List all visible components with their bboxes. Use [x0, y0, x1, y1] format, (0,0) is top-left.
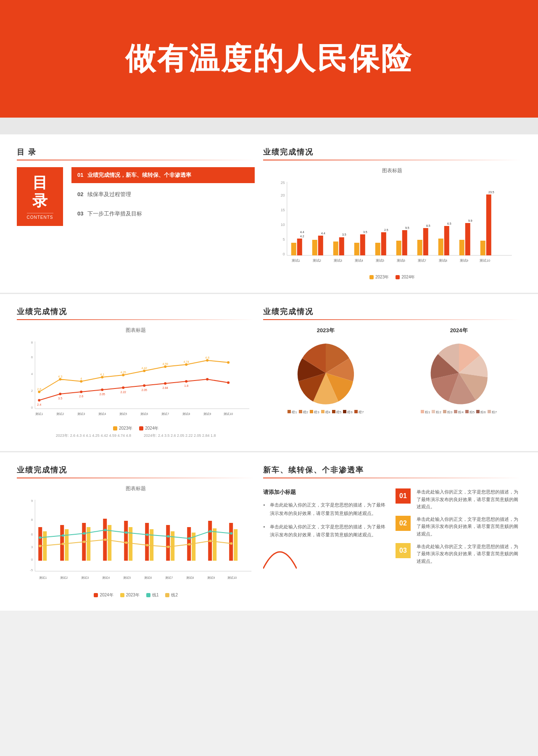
svg-text:2: 2: [31, 389, 33, 393]
svg-rect-15: [339, 237, 344, 255]
svg-rect-129: [166, 525, 170, 561]
pie-section-label: 业绩完成情况: [263, 307, 521, 320]
contents-items-list: 01 业绩完成情况，新车、续转保、个非渗透率 02 续保率及过程管理 03 下一…: [71, 167, 255, 225]
svg-text:-5: -5: [30, 568, 33, 572]
svg-point-157: [167, 546, 169, 548]
svg-text:4.3: 4.3: [58, 375, 62, 378]
line-legend-2024: 2024年: [139, 425, 158, 431]
mc-legend-1: 2024年: [94, 592, 113, 598]
num-content-3: 单击此处输入你的正文，文字是您思想的描述，为了最终演示发布的良好效果，请尽量言简…: [417, 543, 520, 565]
svg-point-144: [104, 529, 106, 531]
item-num-1: 01: [77, 172, 83, 178]
slide-bar-text: 业绩完成情况 图表标题 -5 0 3 6 8 9 测试1 测试2: [0, 452, 538, 611]
legend-2023: 2023年: [369, 274, 389, 280]
svg-point-152: [62, 543, 64, 545]
svg-text:10: 10: [281, 223, 285, 227]
svg-rect-36: [486, 194, 491, 255]
svg-text:测试9: 测试9: [203, 412, 211, 415]
right-section-label: 新车、续转保、个非渗透率: [263, 465, 521, 478]
svg-point-73: [185, 380, 187, 383]
svg-text:6: 6: [31, 533, 33, 536]
pie23-l4: 橙4: [321, 410, 330, 415]
svg-rect-30: [444, 226, 449, 255]
svg-rect-115: [65, 529, 69, 561]
svg-point-60: [122, 374, 124, 376]
svg-point-158: [188, 543, 190, 546]
svg-text:4.59: 4.59: [162, 362, 168, 365]
pie24-l2: 粉2: [432, 410, 441, 415]
svg-text:4.74: 4.74: [183, 360, 189, 363]
item-text-2: 续保率及过程管理: [87, 191, 131, 197]
svg-rect-23: [396, 241, 401, 255]
svg-rect-35: [480, 241, 485, 255]
bar-chart-title: 图表标题: [263, 167, 521, 174]
svg-text:2.22: 2.22: [120, 391, 126, 394]
svg-text:测试5: 测试5: [119, 412, 127, 415]
svg-rect-27: [423, 228, 428, 255]
svg-point-59: [101, 376, 103, 378]
svg-text:测试10: 测试10: [480, 259, 491, 262]
line-data-2023: 2023年: 2.6 4.3 4 4.1 4.25 4.42 4.59 4.74…: [56, 433, 131, 438]
bar-chart-svg: 0 5 10 15 20 25 测试1 测试2 测试3 测试4: [263, 178, 521, 270]
svg-point-151: [39, 545, 41, 547]
line-chart-legend: 2023年 2024年: [17, 425, 255, 431]
svg-point-56: [38, 391, 40, 393]
svg-text:测试3: 测试3: [81, 576, 89, 579]
svg-point-146: [146, 533, 148, 536]
pie23-l3: 橙3: [310, 410, 319, 415]
svg-text:2.6: 2.6: [37, 388, 41, 391]
svg-text:1.8: 1.8: [184, 384, 188, 387]
svg-text:测试1: 测试1: [292, 259, 301, 262]
numbered-item-1: 01 单击此处输入你的正文，文字是您思想的描述，为了最终演示发布的良好效果，请尽…: [396, 488, 520, 511]
svg-point-160: [230, 542, 232, 545]
svg-text:测试9: 测试9: [460, 259, 469, 262]
svg-rect-136: [213, 528, 216, 561]
num-badge-3: 03: [396, 543, 411, 558]
svg-text:测试2: 测试2: [60, 576, 68, 579]
svg-rect-126: [145, 523, 149, 561]
contents-en: CONTENTS: [27, 213, 53, 220]
svg-rect-20: [375, 243, 380, 255]
svg-text:2.6: 2.6: [79, 395, 83, 398]
svg-text:2.84: 2.84: [162, 386, 168, 389]
svg-point-65: [227, 361, 229, 364]
main-title: 做有温度的人民保险: [125, 39, 413, 79]
svg-point-74: [206, 378, 208, 381]
svg-point-153: [83, 541, 85, 543]
svg-text:9.5: 9.5: [405, 226, 409, 229]
svg-text:4.4: 4.4: [321, 232, 325, 235]
svg-text:3.5: 3.5: [342, 233, 346, 236]
pie24-l5: 粉5: [465, 410, 475, 415]
svg-rect-8: [291, 243, 296, 255]
bullet-1: 单击此处输入你的正文，文字是您思想的描述，为了最终演示发布的良好效果，请尽量言简…: [263, 501, 387, 518]
svg-text:4.4: 4.4: [300, 231, 304, 234]
svg-rect-32: [459, 240, 464, 255]
svg-point-69: [101, 388, 103, 391]
svg-text:8.5: 8.5: [426, 224, 430, 227]
contents-item-3: 03 下一步工作举措及目标: [71, 206, 255, 222]
multi-bar-svg: -5 0 3 6 8 9 测试1 测试2 测试3: [17, 496, 255, 588]
pie24-l4: 粉4: [454, 410, 463, 415]
mc-legend-4: 线2: [165, 592, 178, 598]
svg-text:3: 3: [31, 545, 33, 549]
svg-text:2.4: 2.4: [37, 403, 41, 406]
slide-title-section: 做有温度的人民保险: [0, 0, 538, 118]
svg-text:测试4: 测试4: [102, 576, 110, 579]
svg-rect-139: [234, 529, 237, 561]
multi-chart-panel: 业绩完成情况 图表标题 -5 0 3 6 8 9 测试1 测试2: [17, 465, 255, 598]
svg-text:4: 4: [31, 372, 33, 376]
svg-rect-26: [417, 240, 422, 255]
contents-zh: 目录: [32, 173, 47, 210]
slide-toc-chart: 目 录 目录 CONTENTS 01 业绩完成情况，新车、续转保、个非渗透率 0…: [0, 134, 538, 293]
svg-point-58: [80, 380, 82, 383]
pie-chart-panel: 业绩完成情况 2023年 橙1: [263, 307, 521, 438]
svg-text:测试10: 测试10: [227, 576, 237, 579]
mc-legend-3: 线1: [146, 592, 159, 598]
num-badge-1: 01: [396, 488, 411, 504]
num-badge-2: 02: [396, 516, 411, 531]
svg-point-155: [125, 541, 127, 544]
svg-text:测试8: 测试8: [439, 259, 448, 262]
svg-text:0: 0: [283, 252, 285, 256]
contents-box: 目录 CONTENTS: [17, 167, 63, 226]
svg-text:测试1: 测试1: [35, 412, 43, 415]
